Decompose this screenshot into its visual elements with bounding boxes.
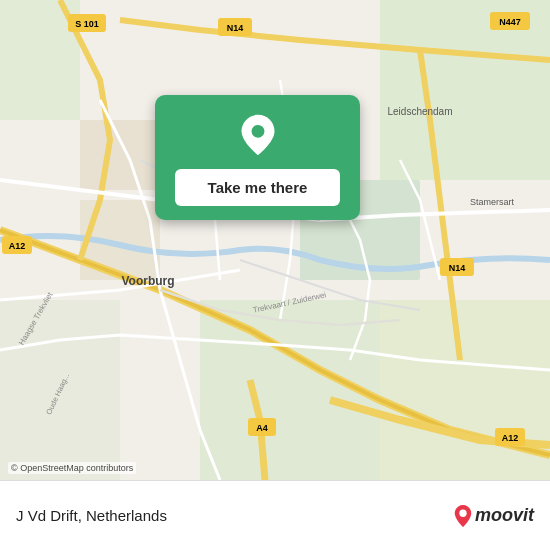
map-svg: S 101 N14 N447 A12 A12 A4 N14 Voorburg L… bbox=[0, 0, 550, 480]
location-info: J Vd Drift, Netherlands bbox=[16, 507, 167, 524]
svg-text:S 101: S 101 bbox=[75, 19, 99, 29]
svg-text:N14: N14 bbox=[227, 23, 244, 33]
map-attribution: © OpenStreetMap contributors bbox=[8, 462, 136, 474]
take-me-there-button[interactable]: Take me there bbox=[175, 169, 340, 206]
svg-text:Leidschendam: Leidschendam bbox=[387, 106, 452, 117]
bottom-bar: J Vd Drift, Netherlands moovit bbox=[0, 480, 550, 550]
svg-text:A12: A12 bbox=[9, 241, 26, 251]
svg-text:Voorburg: Voorburg bbox=[121, 274, 174, 288]
location-pin-icon bbox=[236, 113, 280, 157]
map-container: S 101 N14 N447 A12 A12 A4 N14 Voorburg L… bbox=[0, 0, 550, 480]
moovit-brand-text: moovit bbox=[475, 505, 534, 526]
moovit-logo: moovit bbox=[454, 505, 534, 527]
svg-text:Stamersart: Stamersart bbox=[470, 197, 515, 207]
svg-point-30 bbox=[459, 509, 466, 516]
moovit-pin-icon bbox=[454, 505, 472, 527]
popup-card: Take me there bbox=[155, 95, 360, 220]
svg-rect-4 bbox=[380, 300, 550, 480]
svg-text:A4: A4 bbox=[256, 423, 268, 433]
svg-text:A12: A12 bbox=[502, 433, 519, 443]
svg-text:N14: N14 bbox=[449, 263, 466, 273]
location-name: J Vd Drift, Netherlands bbox=[16, 507, 167, 524]
svg-text:N447: N447 bbox=[499, 17, 521, 27]
svg-point-29 bbox=[251, 125, 264, 138]
